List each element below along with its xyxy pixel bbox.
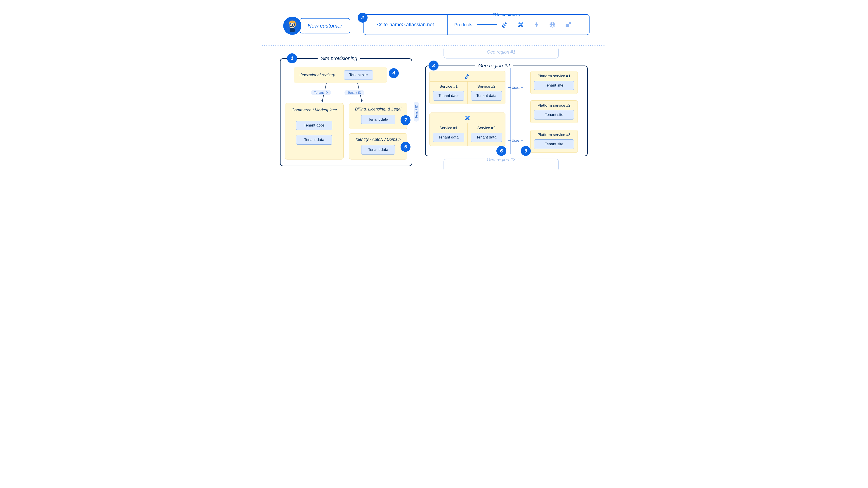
confluence-icon — [518, 21, 524, 28]
billing-box: Billing, Licensing, & Legal Tenant data — [349, 103, 407, 129]
marker-2: 2 — [358, 13, 368, 23]
service-title: Service #2 — [471, 126, 502, 130]
products-row: Products — [447, 15, 589, 35]
platform-service-1-box: Platform service #1 Tenant sIte — [530, 71, 578, 94]
jira-services-table: Service #1 Tenant data Service #2 Tenant… — [430, 71, 505, 104]
confluence-table-header — [430, 113, 505, 123]
new-customer-label: New customer — [308, 23, 342, 29]
jira-service-1-cell: Service #1 Tenant data — [430, 82, 468, 104]
connector-line — [350, 26, 364, 26]
platform-title: Platform service #2 — [534, 103, 574, 108]
site-provisioning-title: Site provisioning — [318, 56, 360, 61]
connector-line — [305, 33, 305, 58]
globe-icon — [549, 21, 556, 28]
platform-service-3-box: Platform service #3 Tenant site — [530, 130, 578, 153]
confluence-services-table: Service #1 Tenant data Service #2 Tenant… — [430, 112, 505, 146]
site-container-box: <site-name>.atlassian.net Products — [364, 14, 590, 35]
operational-registry-box: Operational registry Tenant site — [294, 67, 387, 83]
tenant-data-box: Tenant data — [433, 91, 464, 101]
jira-table-header — [430, 71, 505, 82]
service-title: Service #1 — [433, 84, 464, 89]
billing-title: Billing, Licensing, & Legal — [353, 107, 403, 111]
commerce-title: Commerce / Marketplace — [289, 108, 339, 112]
tenant-data-box: Tenant data — [471, 91, 502, 101]
geo-region-ghost-1-label: Geo region #1 — [485, 50, 518, 55]
products-connector-line — [477, 24, 497, 25]
platform-title: Platform service #3 — [534, 133, 574, 137]
product-icons — [502, 21, 572, 28]
commerce-box: Commerce / Marketplace Tenant apps Tenan… — [285, 103, 344, 160]
geo-region-ghost-3: Geo region #3 — [443, 159, 559, 169]
marker-6a: 6 — [496, 146, 506, 156]
tenant-site-box: Tenant site — [534, 110, 574, 120]
lightning-icon — [533, 21, 540, 28]
confluence-service-2-cell: Service #2 Tenant data — [468, 123, 505, 146]
geo-region-ghost-1: Geo region #1 — [443, 48, 559, 59]
uses-label: Uses — [508, 138, 524, 142]
platform-service-2-box: Platform service #2 Tenant site — [530, 100, 578, 123]
tenant-apps-box: Tenant apps — [296, 121, 332, 130]
operational-registry-title: Operational registry — [300, 73, 335, 77]
identity-title: Identity / AuthN / Domain — [353, 137, 403, 142]
jira-icon — [502, 21, 508, 28]
tenant-data-box: Tenant data — [471, 133, 502, 142]
jira-icon — [465, 73, 470, 79]
marker-4: 4 — [389, 68, 399, 78]
site-url: <site-name>.atlassian.net — [364, 15, 447, 35]
svg-marker-11 — [321, 100, 323, 102]
dotted-divider — [262, 45, 606, 46]
new-customer-box: New customer — [300, 18, 350, 33]
jira-service-2-cell: Service #2 Tenant data — [468, 82, 505, 104]
tenant-data-box: Tenant data — [361, 145, 395, 155]
service-title: Service #1 — [433, 126, 464, 130]
confluence-icon — [465, 115, 470, 121]
svg-marker-13 — [361, 100, 363, 102]
marker-7: 7 — [401, 115, 410, 125]
uses-label: Uses — [508, 86, 524, 90]
customer-avatar-icon — [283, 17, 301, 35]
confluence-service-1-cell: Service #1 Tenant data — [430, 123, 468, 146]
products-label: Products — [454, 22, 472, 27]
marker-1: 1 — [287, 53, 297, 63]
tenant-data-box: Tenant data — [296, 135, 332, 144]
tenant-site-box: Tenant sIte — [534, 80, 574, 90]
marker-5: 5 — [401, 142, 410, 152]
identity-box: Identity / AuthN / Domain Tenant data — [349, 133, 407, 160]
svg-rect-9 — [569, 22, 571, 24]
svg-rect-8 — [566, 24, 569, 27]
tenant-site-box: Tenant site — [344, 70, 373, 80]
tenant-id-pill: Tenant ID — [311, 90, 331, 95]
platform-title: Platform service #1 — [534, 74, 574, 78]
tenant-data-box: Tenant data — [433, 133, 464, 142]
diagram-canvas: New customer Site container <site-name>.… — [262, 0, 606, 176]
geo-region-2-title: Geo region #2 — [475, 63, 513, 69]
geo-region-ghost-3-label: Geo region #3 — [485, 157, 518, 162]
tenant-id-pill: Tenant ID — [344, 90, 364, 95]
marker-3: 3 — [429, 61, 438, 70]
service-title: Service #2 — [471, 84, 502, 89]
tenant-data-box: Tenant data — [361, 115, 395, 124]
squares-icon — [565, 21, 572, 28]
tenant-id-pill-vertical: Tenant ID — [414, 102, 419, 122]
marker-6b: 6 — [521, 146, 531, 156]
tenant-site-box: Tenant site — [534, 139, 574, 149]
